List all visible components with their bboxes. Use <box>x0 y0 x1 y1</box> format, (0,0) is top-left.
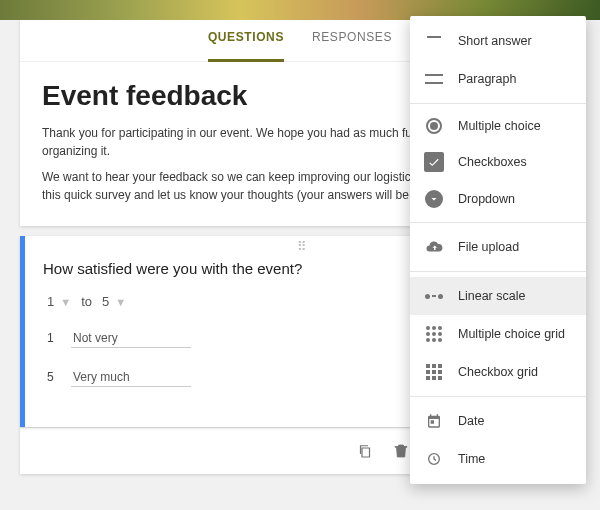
tab-questions[interactable]: QUESTIONS <box>208 30 284 62</box>
menu-item-multiple-choice[interactable]: Multiple choice <box>410 109 586 143</box>
tab-responses[interactable]: RESPONSES <box>312 30 392 61</box>
clock-icon <box>424 449 444 469</box>
paragraph-icon <box>424 69 444 89</box>
menu-item-label: Dropdown <box>458 192 515 206</box>
chevron-down-icon: ▼ <box>60 296 71 308</box>
radio-icon <box>426 118 442 134</box>
cb-grid-icon <box>424 362 444 382</box>
calendar-icon <box>424 411 444 431</box>
menu-item-paragraph[interactable]: Paragraph <box>410 60 586 98</box>
short-answer-icon <box>424 31 444 51</box>
menu-item-time[interactable]: Time <box>410 440 586 478</box>
menu-item-short-answer[interactable]: Short answer <box>410 22 586 60</box>
checkbox-icon <box>424 152 444 172</box>
menu-item-label: Linear scale <box>458 289 525 303</box>
menu-item-checkboxes[interactable]: Checkboxes <box>410 143 586 181</box>
menu-item-file-upload[interactable]: File upload <box>410 228 586 266</box>
menu-separator <box>410 103 586 104</box>
delete-button[interactable] <box>390 440 412 462</box>
duplicate-button[interactable] <box>354 440 376 462</box>
menu-item-cb-grid[interactable]: Checkbox grid <box>410 353 586 391</box>
menu-item-dropdown[interactable]: Dropdown <box>410 181 586 217</box>
menu-item-label: Checkboxes <box>458 155 527 169</box>
question-type-menu: Short answer Paragraph Multiple choice C… <box>410 16 586 484</box>
scale-label-min-num: 1 <box>47 331 57 345</box>
menu-separator <box>410 271 586 272</box>
scale-min-select[interactable]: 1 ▼ <box>47 294 71 309</box>
scale-min-value: 1 <box>47 294 54 309</box>
trash-icon <box>392 442 410 460</box>
dropdown-icon <box>425 190 443 208</box>
menu-item-label: Multiple choice grid <box>458 327 565 341</box>
mc-grid-icon <box>424 324 444 344</box>
copy-icon <box>356 442 374 460</box>
scale-max-value: 5 <box>102 294 109 309</box>
scale-to-label: to <box>81 294 92 309</box>
chevron-down-icon: ▼ <box>115 296 126 308</box>
scale-max-select[interactable]: 5 ▼ <box>102 294 126 309</box>
menu-item-label: Checkbox grid <box>458 365 538 379</box>
menu-item-label: Date <box>458 414 484 428</box>
menu-item-label: Short answer <box>458 34 532 48</box>
menu-item-label: Multiple choice <box>458 119 541 133</box>
menu-item-label: Time <box>458 452 485 466</box>
scale-label-min-input[interactable]: Not very <box>71 329 191 348</box>
menu-item-label: File upload <box>458 240 519 254</box>
menu-item-linear-scale[interactable]: Linear scale <box>410 277 586 315</box>
menu-item-date[interactable]: Date <box>410 402 586 440</box>
scale-label-max-num: 5 <box>47 370 57 384</box>
menu-item-label: Paragraph <box>458 72 516 86</box>
menu-item-mc-grid[interactable]: Multiple choice grid <box>410 315 586 353</box>
linear-scale-icon <box>424 286 444 306</box>
cloud-upload-icon <box>424 237 444 257</box>
scale-label-max-input[interactable]: Very much <box>71 368 191 387</box>
menu-separator <box>410 396 586 397</box>
menu-separator <box>410 222 586 223</box>
